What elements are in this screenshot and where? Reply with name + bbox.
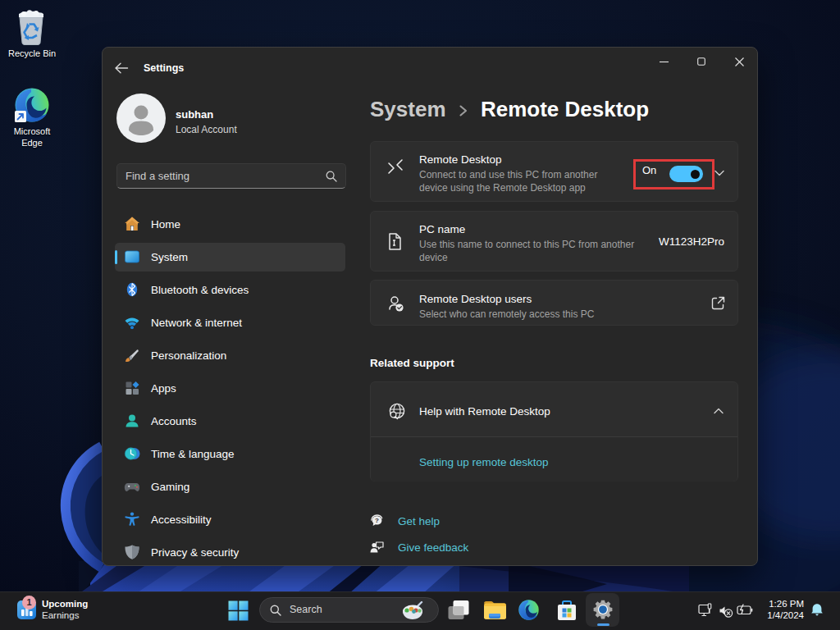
svg-text:?: ?: [375, 517, 379, 524]
